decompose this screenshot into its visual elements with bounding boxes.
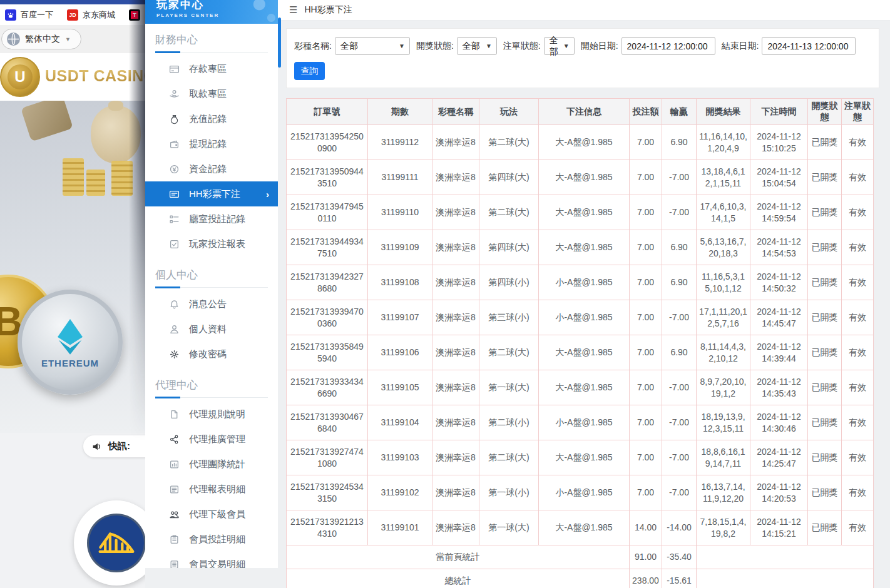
sidebar-section-title: 個人中心 <box>155 268 268 288</box>
bookmark-item[interactable]: 百度一下 <box>5 9 53 21</box>
table-cell: 第二球(大) <box>479 125 539 160</box>
table-cell: 7.00 <box>630 300 662 335</box>
sidebar-item-recharge-bag[interactable]: 充值記錄 <box>145 106 278 131</box>
table-cell: 第四球(小) <box>479 265 539 300</box>
sidebar-item-bell[interactable]: 消息公告 <box>145 291 278 317</box>
table-cell: 第二球(大) <box>479 195 539 230</box>
table-cell: 2024-11-12 14:59:54 <box>750 195 808 230</box>
sidebar-item-label: 代理規則說明 <box>189 408 245 420</box>
table-cell: 有效 <box>842 195 874 230</box>
end-date-input[interactable] <box>762 37 856 55</box>
table-cell: -7.00 <box>662 160 697 195</box>
table-cell: 7.00 <box>630 125 662 160</box>
table-cell: 大-A盤@1.985 <box>539 440 630 475</box>
sidebar-item-label: 代理團隊統計 <box>189 459 245 470</box>
hamburger-menu-icon[interactable]: ☰ <box>289 4 297 16</box>
table-cell: 2152173139245343150 <box>287 475 368 510</box>
sidebar-item-label: 資金記錄 <box>189 163 227 175</box>
ethereum-coin-image: ETHEREUM <box>18 290 123 395</box>
sidebar-item-user[interactable]: 個人資料 <box>145 317 278 342</box>
bookmark-item[interactable]: JD京东商城 <box>67 9 115 21</box>
ethereum-label: ETHEREUM <box>41 358 99 368</box>
player-report-icon <box>169 239 180 250</box>
sidebar-item-report-detail[interactable]: 代理報表明細 <box>145 477 278 502</box>
table-cell: 8,11,14,4,3,2,10,12 <box>697 335 750 370</box>
table-cell: 2152173139423278680 <box>287 265 368 300</box>
table-cell: 有效 <box>842 370 874 405</box>
sidebar-item-player-report[interactable]: 玩家投注報表 <box>145 231 278 256</box>
sidebar-scrollbar-thumb[interactable] <box>278 18 281 68</box>
sidebar-item-withdrawal-record[interactable]: 提現記錄 <box>145 131 278 156</box>
table-cell: 澳洲幸运8 <box>432 510 479 545</box>
column-header: 注單狀態 <box>842 99 874 125</box>
table-cell: 2152173139274741080 <box>287 440 368 475</box>
table-cell: 7.00 <box>630 405 662 440</box>
table-row: 215217313950944351031199111澳洲幸运8第四球(大)大-… <box>287 160 874 195</box>
search-button[interactable]: 查詢 <box>294 62 325 80</box>
table-cell: 第三球(小) <box>479 300 539 335</box>
table-cell: 11,16,14,10,1,20,4,9 <box>697 125 750 160</box>
table-row: 215217313944934751031199109澳洲幸运8第四球(大)大-… <box>287 230 874 265</box>
draw-status-select[interactable]: 全部 ▼ <box>457 37 497 55</box>
sidebar-title: 玩家中心 <box>156 0 278 12</box>
sidebar-header: 玩家中心 PLAYERS CENTER <box>145 0 278 24</box>
table-cell: 31199110 <box>368 195 432 230</box>
language-selector[interactable]: 繁体中文 ▼ <box>1 29 81 49</box>
table-cell: 31199106 <box>368 335 432 370</box>
player-center-page: 百度一下JD京东商城T天猫 繁体中文 ▼ U USDT CASINO B <box>0 0 890 588</box>
members-icon <box>169 509 180 520</box>
globe-icon <box>7 33 20 46</box>
sidebar-subtitle: PLAYERS CENTER <box>156 13 278 18</box>
table-cell: 2152173139334346690 <box>287 370 368 405</box>
table-cell: -7.00 <box>662 370 697 405</box>
sidebar-item-share[interactable]: 代理推廣管理 <box>145 427 278 452</box>
sidebar-item-member-bet[interactable]: 會員投註明細 <box>145 527 278 552</box>
withdraw-hand-icon <box>169 89 180 99</box>
sidebar-section-title: 代理中心 <box>155 378 268 398</box>
language-bar: 繁体中文 ▼ <box>0 25 145 53</box>
sidebar-item-lottery-bet[interactable]: HH彩票下注› <box>145 181 278 206</box>
table-cell: 18,19,13,9,12,3,15,11 <box>697 405 750 440</box>
column-header: 投注額 <box>630 99 662 125</box>
table-cell: 澳洲幸运8 <box>432 195 479 230</box>
sidebar-item-members[interactable]: 代理下級會員 <box>145 502 278 527</box>
member-trade-icon <box>169 559 180 569</box>
table-cell: 2024-11-12 14:30:46 <box>750 405 808 440</box>
table-row: 215217313921213431031199101澳洲幸运8第一球(大)大-… <box>287 510 874 545</box>
lottery-name-select[interactable]: 全部 ▼ <box>335 37 410 55</box>
player-center-sidebar: 玩家中心 PLAYERS CENTER 財務中心存款專區取款專區充值記錄提現記錄… <box>145 0 278 568</box>
table-cell: 8,9,7,20,10,19,1,2 <box>697 370 750 405</box>
sidebar-item-doc[interactable]: 代理規則說明 <box>145 402 278 427</box>
order-status-select[interactable]: 全部 ▼ <box>544 37 575 55</box>
table-cell: 7.00 <box>630 370 662 405</box>
table-cell: 2152173139509443510 <box>287 160 368 195</box>
sidebar-item-withdraw-hand[interactable]: 取款專區 <box>145 81 278 106</box>
sidebar-item-deposit-card[interactable]: 存款專區 <box>145 56 278 81</box>
sidebar-item-funds-record[interactable]: 資金記錄 <box>145 156 278 181</box>
sidebar-item-gear[interactable]: 修改密碼 <box>145 342 278 367</box>
hero-footer-area: 快訊: <box>0 433 145 588</box>
table-cell: 11,16,5,3,15,10,1,12 <box>697 265 750 300</box>
table-cell: 第四球(大) <box>479 160 539 195</box>
table-cell: 2024-11-12 14:45:47 <box>750 300 808 335</box>
lottery-bet-icon <box>169 189 180 200</box>
sidebar-item-member-trade[interactable]: 會員交易明細 <box>145 552 278 568</box>
table-cell: 有效 <box>842 160 874 195</box>
sidebar-item-team-stats[interactable]: 代理團隊統計 <box>145 452 278 477</box>
table-cell: 小-A盤@1.985 <box>539 300 630 335</box>
table-cell: 7.00 <box>630 440 662 475</box>
sidebar-item-label: 取款專區 <box>189 88 227 100</box>
caret-down-icon: ▼ <box>65 36 71 43</box>
table-cell: 第二球(大) <box>479 335 539 370</box>
sidebar-item-room-bet-record[interactable]: 廳室投註記錄 <box>145 206 278 231</box>
table-cell: 已開獎 <box>808 335 842 370</box>
end-date-label: 結束日期: <box>722 41 759 52</box>
member-bet-icon <box>169 534 180 545</box>
table-cell: 第一球(小) <box>479 475 539 510</box>
table-cell: 小-A盤@1.985 <box>539 405 630 440</box>
start-date-input[interactable] <box>621 37 715 55</box>
summary-label: 當前頁統計 <box>287 545 630 569</box>
table-cell: 6.90 <box>662 265 697 300</box>
table-cell: 已開獎 <box>808 195 842 230</box>
team-stats-icon <box>169 459 180 470</box>
